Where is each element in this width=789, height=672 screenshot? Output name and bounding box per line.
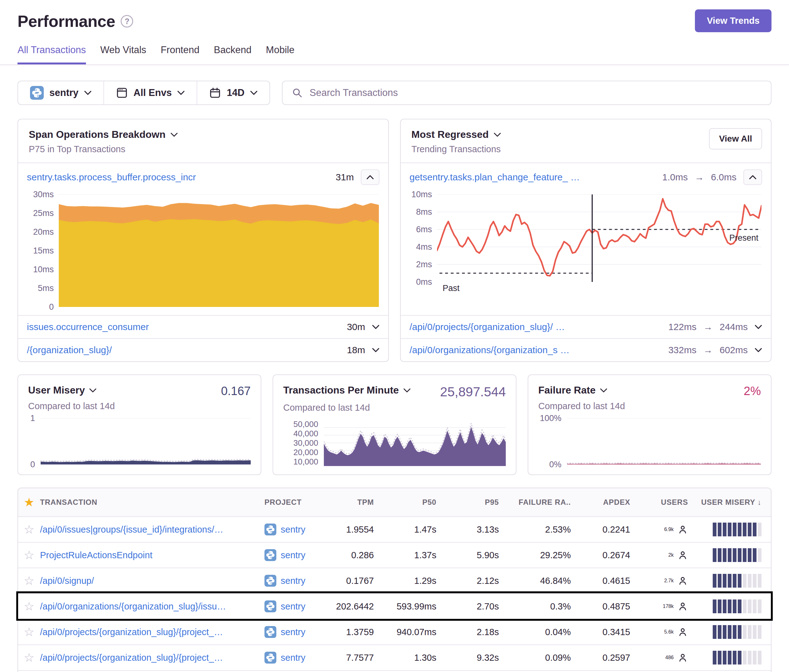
transaction-link[interactable]: /api/0/projects/{organization_slug}/{pro… (40, 627, 264, 637)
project-link[interactable]: sentry (281, 525, 305, 535)
view-all-button[interactable]: View All (709, 128, 762, 149)
p95-cell: 2.70s (446, 601, 508, 612)
tpm-y-axis: 50,00040,000 30,00020,000 10,000 (283, 420, 324, 466)
tab-backend[interactable]: Backend (214, 45, 252, 64)
regressed-transaction-link[interactable]: getsentry.tasks.plan_change_feature_ … (409, 172, 580, 182)
span-operation-link[interactable]: /{organization_slug}/ (27, 345, 112, 355)
tab-all-transactions[interactable]: All Transactions (18, 45, 86, 64)
date-range-selector[interactable]: 14D (196, 81, 270, 104)
transaction-link[interactable]: /api/0/issues|groups/{issue_id}/integrat… (40, 525, 264, 535)
transactions-per-minute-panel: Transactions Per Minute 25,897.544 Compa… (273, 374, 516, 475)
favorite-star-icon[interactable]: ☆ (24, 651, 34, 664)
tpm-title-selector[interactable]: Transactions Per Minute (283, 385, 411, 396)
most-regressed-panel: Most Regressed Trending Transactions Vie… (400, 119, 771, 362)
environment-selector[interactable]: All Envs (104, 81, 196, 104)
help-icon[interactable]: ? (121, 15, 133, 27)
transactions-table: ★ TRANSACTION PROJECT TPM P50 P95 FAILUR… (18, 488, 771, 672)
tab-frontend[interactable]: Frontend (161, 45, 200, 64)
most-regressed-title: Most Regressed (411, 129, 489, 140)
failure-rate-title-selector[interactable]: Failure Rate (538, 385, 607, 396)
favorite-star-icon[interactable]: ☆ (24, 625, 34, 639)
expand-chevron-icon[interactable] (372, 324, 380, 329)
failure-rate-cell: 29.25% (508, 550, 580, 560)
python-project-icon (264, 524, 276, 535)
tpm-cell: 0.1767 (330, 576, 383, 586)
project-selector-label: sentry (50, 87, 78, 99)
column-header-transaction[interactable]: TRANSACTION (40, 498, 264, 507)
user-misery-title-selector[interactable]: User Misery (28, 385, 97, 396)
expand-chevron-icon[interactable] (755, 324, 762, 329)
table-row[interactable]: ☆/api/0/projects/{organization_slug}/{pr… (18, 619, 771, 645)
chevron-down-icon (600, 388, 607, 393)
chevron-down-icon (403, 388, 411, 393)
past-label: Past (442, 284, 460, 293)
p50-cell: 1.29s (383, 576, 446, 586)
expand-chevron-icon[interactable] (755, 348, 762, 353)
view-trends-button[interactable]: View Trends (695, 10, 771, 32)
column-header-failure-rate[interactable]: FAILURE RA.. (508, 498, 580, 507)
expand-chevron-icon[interactable] (372, 348, 380, 353)
python-project-icon (30, 86, 44, 100)
tab-mobile[interactable]: Mobile (266, 45, 294, 64)
column-header-user-misery[interactable]: USER MISERY ↓ (697, 498, 771, 507)
search-transactions-input[interactable]: Search Transactions (282, 81, 771, 105)
column-header-tpm[interactable]: TPM (330, 498, 383, 507)
table-row[interactable]: ☆/api/0/projects/{organization_slug}/{pr… (18, 645, 771, 670)
tab-web-vitals[interactable]: Web Vitals (101, 45, 146, 64)
favorite-star-icon[interactable]: ☆ (24, 548, 34, 562)
tpm-cell: 202.6442 (330, 601, 383, 612)
regressed-transaction-link[interactable]: /api/0/organizations/{organization_s … (409, 345, 570, 355)
transaction-link[interactable]: /api/0/organizations/{organization_slug}… (40, 601, 264, 612)
regression-from-value: 1.0ms (663, 172, 688, 182)
collapse-button[interactable] (743, 169, 762, 185)
table-row[interactable]: ☆/api/0/signup/sentry0.17671.29s2.12s46.… (18, 568, 771, 593)
favorite-star-icon[interactable]: ☆ (24, 574, 34, 587)
column-header-apdex[interactable]: APDEX (580, 498, 640, 507)
transaction-link[interactable]: /api/0/signup/ (40, 576, 264, 586)
regression-to-value: 244ms (720, 322, 748, 332)
favorite-star-icon[interactable]: ☆ (24, 600, 34, 613)
column-header-users[interactable]: USERS (640, 498, 697, 507)
page-header: Performance ? View Trends All Transactio… (0, 0, 789, 64)
transaction-link[interactable]: /api/0/projects/{organization_slug}/{pro… (40, 653, 264, 663)
span-operation-link[interactable]: issues.occurrence_consumer (27, 322, 149, 332)
transaction-link[interactable]: ProjectRuleActionsEndpoint (40, 550, 264, 560)
span-chart-y-axis: 30ms25ms 20ms15ms 10ms5ms 0 (24, 195, 59, 307)
project-link[interactable]: sentry (281, 550, 305, 560)
apdex-cell: 0.3415 (580, 627, 640, 637)
chevron-up-icon (749, 175, 757, 180)
span-operation-link[interactable]: sentry.tasks.process_buffer.process_incr (27, 172, 196, 182)
column-header-p50[interactable]: P50 (383, 498, 446, 507)
most-regressed-title-selector[interactable]: Most Regressed (411, 129, 760, 140)
failure-rate-cell: 0.09% (508, 653, 580, 663)
table-row[interactable]: ☆/api/0/organizations/{organization_slug… (18, 670, 771, 672)
tpm-cell: 7.7577 (330, 653, 383, 663)
regression-to-value: 602ms (720, 345, 748, 355)
project-selector[interactable]: sentry (18, 81, 104, 104)
user-misery-value: 0.167 (221, 385, 251, 398)
python-project-icon (264, 600, 276, 612)
tpm-cell: 1.3759 (330, 627, 383, 637)
regressed-transaction-link[interactable]: /api/0/projects/{organization_slug}/ … (409, 322, 565, 332)
users-cell: 2k (640, 550, 697, 560)
project-link[interactable]: sentry (281, 653, 305, 663)
column-header-project[interactable]: PROJECT (264, 498, 330, 507)
project-link[interactable]: sentry (281, 601, 305, 612)
chevron-down-icon (177, 90, 185, 95)
table-row[interactable]: ☆/api/0/issues|groups/{issue_id}/integra… (18, 516, 771, 542)
project-link[interactable]: sentry (281, 576, 305, 586)
p95-cell: 5.90s (446, 550, 508, 560)
project-link[interactable]: sentry (281, 627, 305, 637)
column-header-p95[interactable]: P95 (446, 498, 508, 507)
span-collapsed-row: /{organization_slug}/ 18m (18, 338, 388, 361)
star-column-header-icon[interactable]: ★ (24, 495, 34, 509)
chevron-down-icon (89, 388, 97, 393)
table-row[interactable]: ☆ProjectRuleActionsEndpointsentry0.2861.… (18, 542, 771, 568)
span-operations-title-selector[interactable]: Span Operations Breakdown (29, 129, 378, 140)
favorite-star-icon[interactable]: ☆ (24, 523, 34, 536)
collapse-button[interactable] (361, 169, 380, 185)
tab-bar: All Transactions Web Vitals Frontend Bac… (18, 45, 771, 64)
user-misery-bars (697, 625, 771, 639)
python-project-icon (264, 575, 276, 587)
table-row-selected[interactable]: ☆/api/0/organizations/{organization_slug… (18, 593, 771, 619)
